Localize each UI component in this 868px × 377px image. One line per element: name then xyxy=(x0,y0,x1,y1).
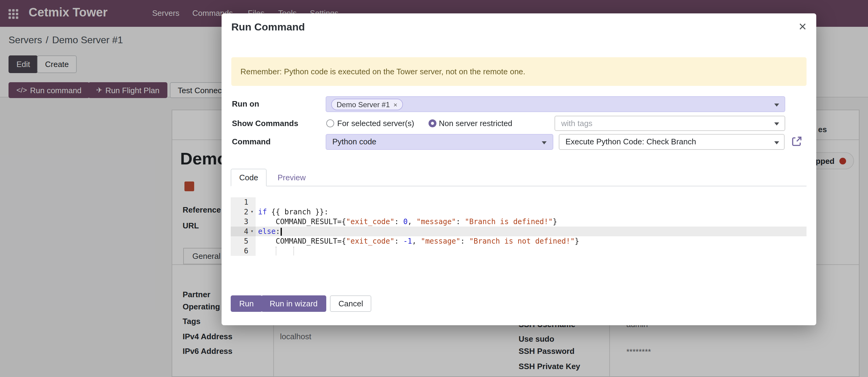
code-token: 0 xyxy=(403,218,407,226)
code-token: : xyxy=(395,218,403,226)
code-token: COMMAND_RESULT={ xyxy=(258,237,346,245)
with-tags-placeholder: with tags xyxy=(561,119,593,128)
line-number: 2 xyxy=(231,208,248,216)
server-tag: Demo Server #1 × xyxy=(331,99,403,110)
command-select-value: Execute Python Code: Check Branch xyxy=(565,137,696,146)
code-token: } xyxy=(575,237,579,245)
server-tag-label: Demo Server #1 xyxy=(337,100,390,109)
line-number: 5 xyxy=(231,237,248,245)
code-token: {{ branch }}: xyxy=(267,208,329,216)
run-on-server-select[interactable]: Demo Server #1 × xyxy=(326,96,785,112)
screen: Cetmix Tower Servers Commands Files Tool… xyxy=(0,0,868,377)
text-cursor xyxy=(281,228,282,236)
code-token: if xyxy=(258,208,267,216)
chevron-down-icon xyxy=(542,141,547,144)
command-type-select[interactable]: Python code xyxy=(326,134,553,150)
code-line-2[interactable]: if {{ branch }}: xyxy=(256,207,807,217)
open-command-record-button[interactable] xyxy=(791,136,802,147)
code-token: : xyxy=(395,237,403,245)
tab-preview[interactable]: Preview xyxy=(270,169,314,186)
gutter-line-6[interactable]: 6 xyxy=(231,246,256,256)
show-commands-label: Show Commands xyxy=(232,116,298,131)
code-token: "exit_code" xyxy=(346,218,395,226)
editor-code[interactable]: if {{ branch }}: COMMAND_RESULT={"exit_c… xyxy=(256,197,807,256)
code-token: else xyxy=(258,227,276,236)
warning-alert-text: Remember: Python code is executed on the… xyxy=(241,67,525,76)
code-line-6[interactable] xyxy=(256,246,807,256)
command-label: Command xyxy=(232,134,271,150)
warning-alert: Remember: Python code is executed on the… xyxy=(231,57,807,86)
code-token: } xyxy=(553,218,557,226)
code-token: : xyxy=(456,218,465,226)
fold-arrow-icon[interactable]: ▾ xyxy=(248,227,256,236)
chevron-down-icon xyxy=(774,141,779,144)
code-token: "Branch is not defined!" xyxy=(469,237,575,245)
line-number: 6 xyxy=(231,246,248,255)
gutter-line-5[interactable]: 5 xyxy=(231,236,256,246)
code-token: , xyxy=(412,237,421,245)
run-command-modal: Run Command × Remember: Python code is e… xyxy=(222,13,816,325)
close-icon: × xyxy=(799,19,807,34)
code-token: "Branch is defined!" xyxy=(465,218,553,226)
command-type-value: Python code xyxy=(332,137,376,146)
tabs-divider xyxy=(231,186,807,186)
close-button[interactable]: × xyxy=(799,18,807,35)
editor-gutter: 12▾34▾56 xyxy=(231,197,256,256)
code-line-1[interactable] xyxy=(256,197,807,207)
code-line-4[interactable]: else: xyxy=(256,227,807,236)
code-token: , xyxy=(407,218,416,226)
line-number: 3 xyxy=(231,218,248,226)
radio-non-server-restricted-label[interactable]: Non server restricted xyxy=(439,116,512,131)
chevron-down-icon xyxy=(774,122,779,125)
command-select[interactable]: Execute Python Code: Check Branch xyxy=(559,134,785,150)
radio-for-selected-servers[interactable] xyxy=(326,119,334,127)
cancel-button[interactable]: Cancel xyxy=(330,295,372,312)
tab-code[interactable]: Code xyxy=(231,169,267,186)
gutter-line-3[interactable]: 3 xyxy=(231,217,256,227)
run-in-wizard-button[interactable]: Run in wizard xyxy=(261,295,326,312)
chevron-down-icon xyxy=(774,104,779,107)
code-token: "message" xyxy=(416,218,456,226)
code-editor[interactable]: 12▾34▾56 if {{ branch }}: COMMAND_RESULT… xyxy=(231,197,807,256)
gutter-line-4[interactable]: 4▾ xyxy=(231,227,256,236)
run-button[interactable]: Run xyxy=(231,295,262,312)
external-link-icon xyxy=(791,136,802,147)
line-number: 1 xyxy=(231,198,248,206)
code-token: "message" xyxy=(421,237,461,245)
code-token: "exit_code" xyxy=(346,237,395,245)
code-line-3[interactable]: COMMAND_RESULT={"exit_code": 0, "message… xyxy=(256,217,807,227)
radio-for-selected-servers-label[interactable]: For selected server(s) xyxy=(337,116,414,131)
code-token: -1 xyxy=(403,237,412,245)
modal-title: Run Command xyxy=(231,21,305,33)
with-tags-select[interactable]: with tags xyxy=(555,116,785,131)
code-token: : xyxy=(276,227,280,236)
remove-tag-icon[interactable]: × xyxy=(394,101,398,108)
radio-non-server-restricted[interactable] xyxy=(429,119,436,127)
code-token: : xyxy=(461,237,469,245)
code-token: COMMAND_RESULT={ xyxy=(258,218,346,226)
line-number: 4 xyxy=(231,227,248,236)
gutter-line-2[interactable]: 2▾ xyxy=(231,207,256,217)
code-line-5[interactable]: COMMAND_RESULT={"exit_code": -1, "messag… xyxy=(256,236,807,246)
fold-arrow-icon[interactable]: ▾ xyxy=(248,207,256,217)
run-on-label: Run on xyxy=(232,96,259,112)
gutter-line-1[interactable]: 1 xyxy=(231,197,256,207)
